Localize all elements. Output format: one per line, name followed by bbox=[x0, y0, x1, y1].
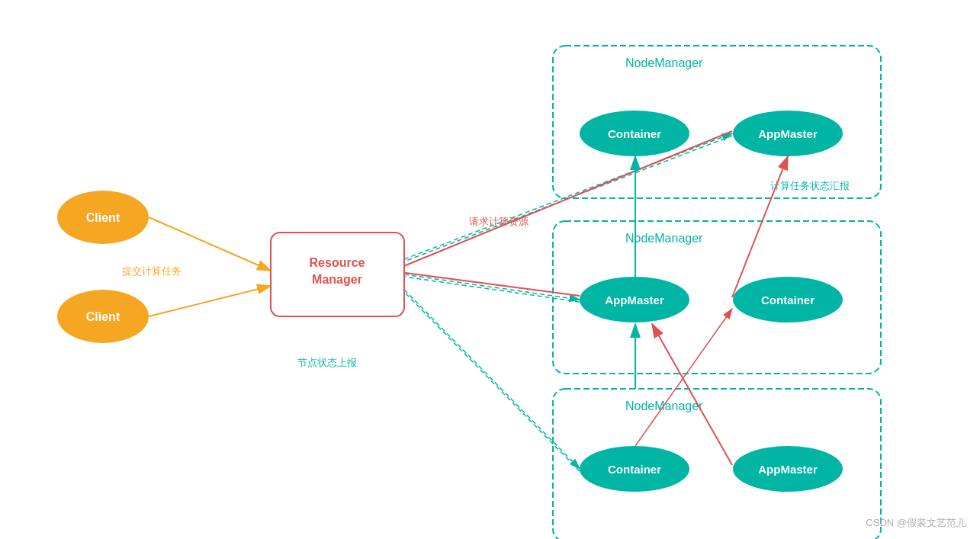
svg-text:节点状态上报: 节点状态上报 bbox=[297, 357, 357, 368]
svg-text:Client: Client bbox=[86, 310, 120, 323]
svg-text:Container: Container bbox=[608, 127, 661, 140]
diagram: NodeManager NodeManager NodeManager 计算任务… bbox=[0, 0, 980, 539]
svg-text:AppMaster: AppMaster bbox=[605, 294, 664, 306]
svg-text:计算任务状态汇报: 计算任务状态汇报 bbox=[770, 180, 850, 191]
svg-text:NodeManager: NodeManager bbox=[625, 399, 703, 412]
svg-text:Client: Client bbox=[86, 211, 120, 224]
svg-text:请求计算资源: 请求计算资源 bbox=[469, 216, 529, 227]
svg-text:NodeManager: NodeManager bbox=[625, 56, 703, 69]
svg-text:Container: Container bbox=[608, 463, 661, 476]
svg-line-31 bbox=[635, 309, 732, 446]
svg-text:Container: Container bbox=[761, 294, 815, 306]
svg-text:提交计算任务: 提交计算任务 bbox=[122, 265, 182, 277]
svg-text:NodeManager: NodeManager bbox=[625, 232, 703, 245]
svg-line-14 bbox=[149, 217, 271, 271]
svg-text:AppMaster: AppMaster bbox=[758, 127, 818, 140]
svg-line-15 bbox=[149, 286, 271, 316]
svg-text:Manager: Manager bbox=[312, 273, 362, 286]
watermark: CSDN @假装文艺范儿 bbox=[866, 516, 966, 530]
svg-line-30 bbox=[652, 324, 732, 465]
svg-line-25 bbox=[406, 273, 580, 296]
svg-text:Resource: Resource bbox=[310, 256, 365, 269]
svg-line-29 bbox=[732, 156, 788, 297]
svg-text:AppMaster: AppMaster bbox=[758, 463, 818, 476]
